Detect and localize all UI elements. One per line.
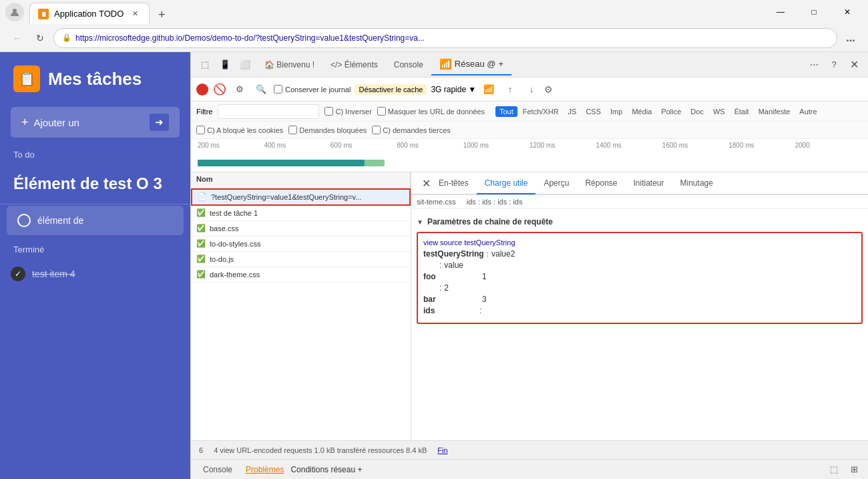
timeline-label-1400: 1400 ms <box>596 142 662 149</box>
detail-tab-preview[interactable]: Aperçu <box>535 173 577 194</box>
request-item-2[interactable]: ✅ base.css <box>191 221 411 236</box>
filter-type-ws[interactable]: WS <box>709 106 729 117</box>
todo-app-sidebar: 📋 Mes tâches + Ajouter un ➜ To do Élémen… <box>0 52 190 479</box>
hide-url-option[interactable]: Masquer les URL de données <box>377 107 485 116</box>
devtools-help-button[interactable]: ? <box>825 56 843 73</box>
download-icon[interactable]: ↓ <box>523 81 540 98</box>
param-row-5: ids : <box>423 306 856 315</box>
close-button[interactable]: ✕ <box>832 1 863 23</box>
filter-type-etait[interactable]: Était <box>730 106 753 117</box>
settings-button[interactable]: ⚙ <box>544 84 553 95</box>
done-list-item[interactable]: ✓ test item 4 <box>0 259 190 289</box>
filter-type-all[interactable]: Tout <box>495 106 517 117</box>
invert-option[interactable]: C) Inverser <box>324 107 371 116</box>
detail-tab-response[interactable]: Réponse <box>577 173 625 194</box>
third-party-option[interactable]: C) demandes tierces <box>372 126 451 134</box>
dock-icon[interactable]: ⬚ <box>825 461 843 478</box>
devtools-inspect-button[interactable]: ⬚ <box>196 56 214 73</box>
param-row-3: : 2 <box>423 283 856 293</box>
filter-type-police[interactable]: Police <box>657 106 685 117</box>
fin-link[interactable]: Fin <box>437 446 447 454</box>
filter-type-doc[interactable]: Doc <box>686 106 708 117</box>
filter-type-imp[interactable]: Imp <box>606 106 626 117</box>
blocked-cookies-option[interactable]: C) A bloqué les cookies <box>196 126 283 134</box>
add-item-button[interactable]: + Ajouter un ➜ <box>11 107 180 138</box>
detail-tab-timing[interactable]: Minutage <box>672 173 721 194</box>
todo-list-item[interactable]: élément de <box>7 206 184 235</box>
bottom-tab-console[interactable]: Console <box>196 462 239 477</box>
param-row-0: testQueryString : value2 <box>423 249 856 259</box>
devtools-overflow-button[interactable]: ⋯ <box>805 56 823 73</box>
detail-tab-initiator[interactable]: Initiateur <box>626 173 672 194</box>
clear-button[interactable]: 🚫 <box>212 82 227 97</box>
filter-type-media[interactable]: Média <box>628 106 656 117</box>
params-section: ▼ Paramètres de chaîne de requête view s… <box>417 214 863 324</box>
search-button[interactable]: 🔍 <box>252 81 270 98</box>
filter-type-js[interactable]: JS <box>564 106 581 117</box>
param-key-5: ids <box>423 306 477 315</box>
tab-network[interactable]: 📶 Réseau @ + <box>431 54 511 75</box>
lock-icon: 🔒 <box>62 33 71 42</box>
bottom-icons: ⬚ ⊞ <box>825 461 863 478</box>
devtools-close-button[interactable]: ✕ <box>845 56 863 73</box>
tab-bienvenue[interactable]: 🏠 Bienvenu ! <box>256 56 322 73</box>
request-list: Nom 📄 ?testQueryString=value1&testQueryS… <box>191 172 411 440</box>
new-tab-button[interactable]: + <box>152 5 171 24</box>
request-name-0: ?testQueryString=value1&testQueryString=… <box>211 193 404 201</box>
undock-icon[interactable]: ⊞ <box>845 461 863 478</box>
back-button[interactable]: ← <box>8 29 27 47</box>
filter-bar: Filtre C) Inverser Masquer les URL de do… <box>191 102 868 122</box>
detail-tab-payload[interactable]: Charge utile <box>477 173 536 194</box>
detail-tab-headers[interactable]: En-têtes <box>431 173 477 194</box>
blocked-requests-option[interactable]: Demandes bloquées <box>288 126 367 134</box>
profile-icon[interactable] <box>5 3 24 21</box>
filter-toggle-button[interactable]: ⚙ <box>231 81 248 98</box>
record-button[interactable] <box>196 84 208 96</box>
big-todo-item[interactable]: Élément de test O 3 <box>0 164 190 204</box>
param-key-2: foo <box>423 272 477 281</box>
request-icon-3: ✅ <box>196 239 206 249</box>
add-button-label: Ajouter un <box>34 117 79 128</box>
refresh-button[interactable]: ↻ <box>31 29 49 47</box>
tab-console[interactable]: Console <box>386 56 431 73</box>
request-list-header: Nom <box>191 172 411 188</box>
timeline-bar-green <box>198 160 385 166</box>
request-item-5[interactable]: ✅ dark-theme.css <box>191 267 411 283</box>
timeline-label-2000: 2000 <box>795 142 861 149</box>
detail-close-button[interactable]: ✕ <box>422 177 431 190</box>
browser-more-button[interactable]: ... <box>841 29 860 47</box>
filter-type-css[interactable]: CSS <box>582 106 605 117</box>
section-header[interactable]: ▼ Paramètres de chaîne de requête <box>417 214 863 229</box>
request-item-3[interactable]: ✅ to-do-styles.css <box>191 236 411 252</box>
request-item-4[interactable]: ✅ to-do.js <box>191 252 411 267</box>
bottom-tab-network-conditions[interactable]: Conditions réseau + <box>290 465 362 474</box>
params-box: view source testQueryString testQueryStr… <box>417 232 863 324</box>
tab-elements[interactable]: </> Éléments <box>322 56 386 73</box>
arrow-icon: ➜ <box>150 114 169 131</box>
request-name-2: base.css <box>210 224 405 232</box>
timeline-label-1800: 1800 ms <box>728 142 795 149</box>
minimize-button[interactable]: — <box>765 1 796 23</box>
address-input-container[interactable]: 🔒 https://microsoftedge.github.io/Demos/… <box>53 28 837 48</box>
window-controls: — □ ✕ <box>765 1 863 23</box>
bottom-tab-issues[interactable]: Problèmes <box>239 462 290 477</box>
devtools-device-button[interactable]: 📱 <box>216 56 234 73</box>
wifi-icon[interactable]: 📶 <box>480 81 497 98</box>
throttle-selector[interactable]: 3G rapide ▼ <box>431 85 476 94</box>
request-item-0[interactable]: 📄 ?testQueryString=value1&testQueryStrin… <box>191 188 411 206</box>
maximize-button[interactable]: □ <box>799 1 829 23</box>
filter-type-manifest[interactable]: Manifeste <box>754 106 795 117</box>
bottom-tabs: Console Problèmes Conditions réseau + ⬚ … <box>191 459 868 479</box>
preserve-log-checkbox[interactable]: Conserver le journal <box>274 85 351 94</box>
filter-input[interactable] <box>218 104 319 119</box>
tab-close-button[interactable]: ✕ <box>129 8 141 20</box>
active-tab[interactable]: 📋 Application TODO ✕ <box>29 3 150 24</box>
timeline-label-400: 400 ms <box>264 142 330 149</box>
request-item-1[interactable]: ✅ test de tâche 1 <box>191 206 411 221</box>
devtools-screenshot-button[interactable]: ⬜ <box>236 56 254 73</box>
upload-icon[interactable]: ↑ <box>501 81 519 98</box>
filter-type-fetch[interactable]: Fetch/XHR <box>519 106 563 117</box>
filter-type-other[interactable]: Autre <box>795 106 821 117</box>
param-colon-3: : <box>439 283 441 293</box>
view-source-link[interactable]: view source testQueryString <box>423 238 856 247</box>
